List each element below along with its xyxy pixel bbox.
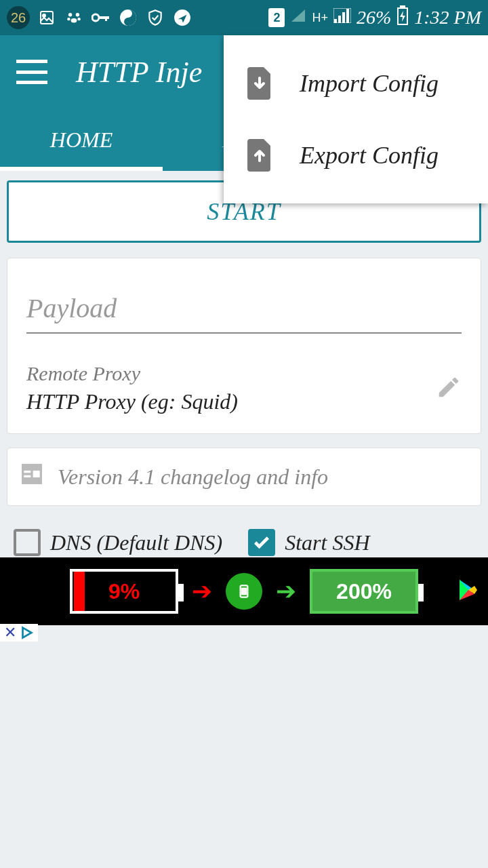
file-export-icon (245, 138, 274, 172)
checkbox-row: DNS (Default DNS) Start SSH (7, 529, 481, 556)
ad-info-play-icon (19, 625, 34, 640)
key-icon (91, 7, 111, 28)
remote-proxy-value: HTTP Proxy (eg: Squid) (26, 389, 238, 414)
file-import-icon (245, 66, 274, 100)
sim-number-badge: 2 (268, 8, 285, 27)
ad-high-percent: 200% (312, 579, 415, 604)
svg-rect-9 (105, 16, 107, 21)
content-area: START Payload Remote Proxy HTTP Proxy (e… (0, 171, 488, 556)
status-right: 2 H+ 26% 1:32 PM (268, 5, 481, 30)
ad-close-button[interactable]: ✕ (0, 624, 38, 642)
menu-item-export-config[interactable]: Export Config (224, 119, 488, 191)
arrow-right-icon: ➔ (192, 577, 212, 606)
network-type-label: H+ (312, 11, 328, 25)
edit-pencil-icon[interactable] (436, 374, 462, 403)
svg-rect-20 (242, 589, 247, 595)
play-store-icon[interactable] (458, 578, 479, 604)
tab-home[interactable]: HOME (0, 108, 163, 171)
status-bar: 26 2 H+ 26% 1:32 PM (0, 0, 488, 35)
svg-rect-18 (401, 6, 405, 8)
dns-checkbox-label: DNS (Default DNS) (50, 530, 222, 555)
image-icon (37, 7, 57, 28)
clock-label: 1:32 PM (414, 7, 481, 28)
svg-point-5 (77, 18, 80, 20)
ad-app-icon (226, 573, 262, 610)
menu-label: Import Config (300, 69, 439, 98)
svg-point-2 (68, 13, 72, 16)
app-title: HTTP Inje (76, 55, 202, 90)
svg-point-1 (43, 14, 45, 17)
battery-percent-label: 26% (357, 7, 391, 28)
ad-banner[interactable]: 9% ➔ ➔ 200% ✕ (0, 557, 488, 625)
svg-rect-12 (334, 19, 337, 23)
svg-rect-8 (98, 16, 109, 19)
svg-marker-21 (23, 628, 32, 638)
svg-point-7 (92, 14, 99, 21)
ad-battery-full-icon: 200% (310, 569, 418, 614)
payload-input[interactable]: Payload (26, 277, 462, 334)
paw-icon (64, 7, 84, 28)
changelog-icon (18, 460, 45, 493)
svg-rect-14 (342, 12, 345, 23)
svg-point-4 (67, 18, 70, 20)
remote-proxy-row[interactable]: Remote Proxy HTTP Proxy (eg: Squid) (26, 362, 462, 414)
hamburger-menu-button[interactable] (16, 60, 47, 84)
changelog-text: Version 4.1 changelog and info (58, 465, 328, 490)
notification-count-badge: 26 (7, 6, 30, 29)
arrow-right-icon: ➔ (276, 577, 296, 606)
remote-proxy-label: Remote Proxy (26, 362, 238, 385)
menu-item-import-config[interactable]: Import Config (224, 47, 488, 119)
dns-checkbox[interactable] (14, 529, 41, 556)
shield-check-icon (145, 7, 165, 28)
signal-bars-icon (333, 8, 351, 27)
svg-point-3 (76, 13, 79, 16)
ad-battery-low-icon: 9% (70, 569, 178, 614)
svg-rect-0 (41, 12, 53, 24)
close-x-icon: ✕ (4, 624, 16, 642)
battery-charging-icon (396, 5, 409, 30)
ssh-checkbox[interactable] (248, 529, 275, 556)
changelog-card[interactable]: Version 4.1 changelog and info (7, 448, 481, 506)
svg-point-6 (71, 18, 77, 23)
yin-yang-icon (118, 7, 138, 28)
svg-rect-13 (338, 16, 341, 23)
signal-triangle-icon (290, 8, 306, 27)
overflow-menu: Import Config Export Config (224, 35, 488, 203)
navigation-icon (172, 7, 192, 28)
status-left: 26 (7, 6, 192, 29)
svg-rect-15 (346, 9, 349, 23)
menu-label: Export Config (300, 141, 439, 170)
config-card: Payload Remote Proxy HTTP Proxy (eg: Squ… (7, 258, 481, 434)
ad-low-percent: 9% (73, 579, 176, 604)
ssh-checkbox-label: Start SSH (285, 530, 369, 555)
